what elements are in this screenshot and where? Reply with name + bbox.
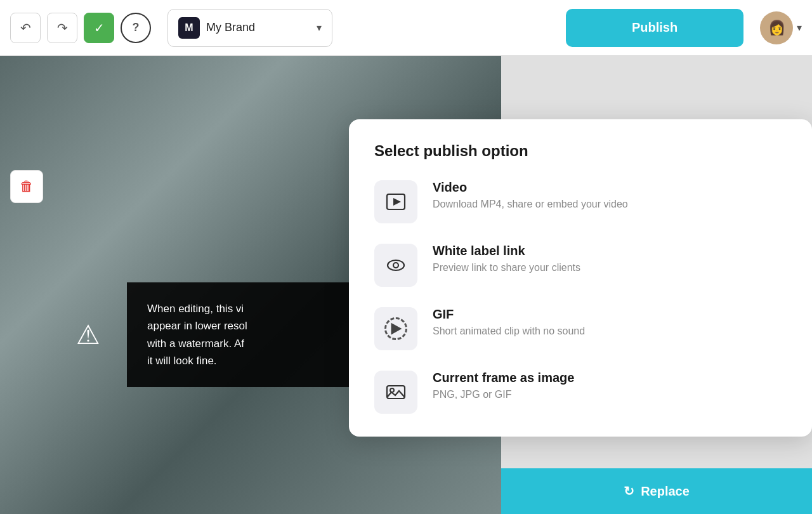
gif-option-icon-box bbox=[374, 307, 417, 350]
svg-point-2 bbox=[388, 260, 404, 270]
brand-name-label: My Brand bbox=[206, 21, 310, 34]
publish-button[interactable]: Publish bbox=[566, 9, 743, 47]
publish-option-video[interactable]: Video Download MP4, share or embed your … bbox=[374, 180, 787, 223]
frame-option-text: Current frame as image PNG, JPG or GIF bbox=[433, 371, 574, 400]
brand-selector[interactable]: M My Brand ▾ bbox=[167, 9, 332, 47]
publish-dropdown: Select publish option Video Download MP4… bbox=[349, 119, 812, 437]
white-label-option-title: White label link bbox=[433, 244, 580, 258]
gif-option-text: GIF Short animated clip with no sound bbox=[433, 307, 585, 337]
svg-marker-1 bbox=[393, 198, 401, 206]
avatar: 👩 bbox=[760, 11, 793, 44]
undo-icon: ↶ bbox=[20, 20, 31, 36]
svg-point-6 bbox=[390, 388, 394, 392]
image-icon bbox=[386, 382, 406, 402]
trash-icon: 🗑 bbox=[20, 178, 34, 195]
svg-point-3 bbox=[393, 263, 398, 268]
warning-icon: ⚠ bbox=[76, 313, 100, 356]
white-label-option-desc: Preview link to share your clients bbox=[433, 262, 580, 273]
gif-option-desc: Short animated clip with no sound bbox=[433, 326, 585, 337]
eye-icon bbox=[386, 255, 406, 275]
svg-rect-5 bbox=[387, 386, 405, 399]
frame-option-desc: PNG, JPG or GIF bbox=[433, 389, 574, 400]
white-label-option-icon-box bbox=[374, 244, 417, 287]
publish-dropdown-title: Select publish option bbox=[374, 142, 787, 160]
question-icon: ? bbox=[133, 21, 140, 34]
replace-button[interactable]: ↻ Replace bbox=[501, 468, 812, 514]
gif-dashed-circle-icon bbox=[384, 317, 407, 340]
video-option-icon-box bbox=[374, 180, 417, 223]
check-button[interactable]: ✓ bbox=[84, 13, 114, 43]
redo-icon: ↷ bbox=[57, 20, 68, 36]
toolbar: ↶ ↷ ✓ ? M My Brand ▾ Publish 👩 ▾ bbox=[0, 0, 812, 56]
video-option-text: Video Download MP4, share or embed your … bbox=[433, 180, 628, 210]
video-play-icon bbox=[386, 192, 406, 212]
replace-icon: ↻ bbox=[624, 484, 634, 499]
svg-marker-4 bbox=[391, 323, 402, 335]
user-area[interactable]: 👩 ▾ bbox=[760, 11, 802, 44]
brand-chevron-icon: ▾ bbox=[317, 22, 322, 34]
gif-option-title: GIF bbox=[433, 307, 585, 322]
redo-button[interactable]: ↷ bbox=[47, 13, 77, 43]
undo-button[interactable]: ↶ bbox=[10, 13, 41, 43]
gif-play-icon bbox=[386, 319, 405, 339]
publish-option-frame[interactable]: Current frame as image PNG, JPG or GIF bbox=[374, 371, 787, 414]
check-icon: ✓ bbox=[94, 20, 105, 36]
user-chevron-icon: ▾ bbox=[797, 22, 802, 34]
frame-option-icon-box bbox=[374, 371, 417, 414]
brand-avatar: M bbox=[178, 17, 200, 39]
video-option-title: Video bbox=[433, 180, 628, 195]
frame-option-title: Current frame as image bbox=[433, 371, 574, 385]
help-button[interactable]: ? bbox=[121, 13, 151, 43]
publish-option-gif[interactable]: GIF Short animated clip with no sound bbox=[374, 307, 787, 350]
video-warning-text: When editing, this viappear in lower res… bbox=[147, 303, 247, 367]
content-area: 🗑 ⚠ When editing, this viappear in lower… bbox=[0, 56, 812, 514]
replace-label: Replace bbox=[641, 484, 690, 499]
white-label-option-text: White label link Preview link to share y… bbox=[433, 244, 580, 273]
publish-option-white-label[interactable]: White label link Preview link to share y… bbox=[374, 244, 787, 287]
delete-button[interactable]: 🗑 bbox=[10, 170, 43, 203]
video-option-desc: Download MP4, share or embed your video bbox=[433, 199, 628, 210]
